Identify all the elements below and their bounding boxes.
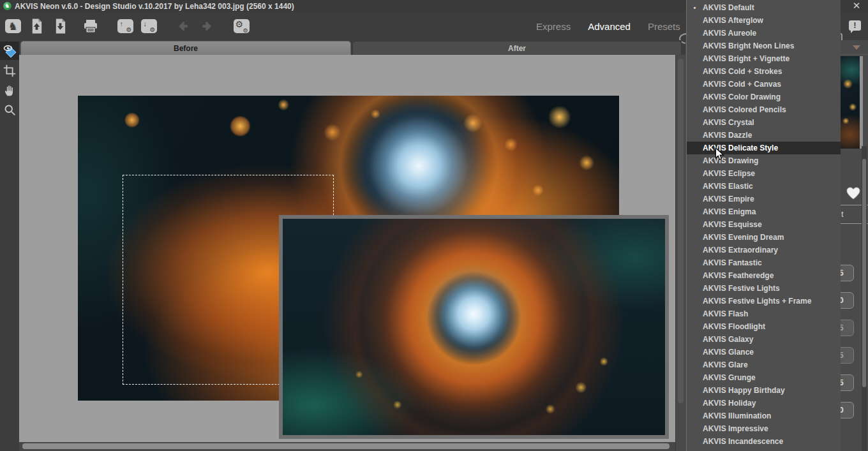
- preset-item[interactable]: • AKVIS Glance: [687, 346, 841, 359]
- preset-item[interactable]: • AKVIS Evening Dream: [687, 231, 841, 244]
- preset-preview-thumbnail[interactable]: [840, 56, 863, 149]
- preset-label: AKVIS Colored Pencils: [703, 103, 786, 116]
- preset-label: AKVIS Cold + Strokes: [703, 65, 782, 78]
- feedback-icon[interactable]: !: [849, 20, 861, 31]
- preset-item[interactable]: • AKVIS Incandescence: [687, 435, 841, 448]
- hand-tool[interactable]: [0, 81, 19, 100]
- preset-item[interactable]: • AKVIS Bright Neon Lines: [687, 40, 841, 52]
- preset-label: AKVIS Default: [703, 1, 754, 14]
- document-down-icon: [53, 18, 68, 34]
- preset-item[interactable]: • AKVIS Drawing: [687, 154, 841, 167]
- preset-item[interactable]: • AKVIS Cold + Strokes: [687, 65, 841, 78]
- preset-item[interactable]: • AKVIS Impressive: [687, 422, 841, 435]
- save-image-button[interactable]: [51, 17, 69, 35]
- horizontal-scrollbar[interactable]: [19, 442, 675, 451]
- preset-label: AKVIS Glance: [703, 346, 754, 359]
- preset-item[interactable]: • AKVIS Empire: [687, 193, 841, 205]
- preset-item[interactable]: • AKVIS Fantastic: [687, 256, 841, 269]
- akvis-home-button[interactable]: ♞: [4, 17, 22, 35]
- zoom-tool[interactable]: [0, 101, 19, 119]
- import-presets-icon: ↑⚙: [117, 19, 133, 33]
- quick-preview-icon: [2, 43, 17, 59]
- print-button[interactable]: [82, 17, 100, 35]
- panel-scrollbar[interactable]: [862, 146, 867, 451]
- preset-item[interactable]: • AKVIS Galaxy: [687, 333, 841, 346]
- crop-icon: [3, 64, 17, 78]
- preset-label: AKVIS Elastic: [703, 180, 753, 193]
- preset-label: AKVIS Enigma: [703, 205, 756, 218]
- preset-label: AKVIS Fantastic: [703, 256, 762, 269]
- tab-before[interactable]: Before: [20, 41, 351, 55]
- preset-label: AKVIS Afterglow: [703, 14, 763, 27]
- preset-item[interactable]: • AKVIS Floodlight: [687, 320, 841, 333]
- preset-item[interactable]: • AKVIS Holiday: [687, 397, 841, 410]
- preset-item[interactable]: • AKVIS Esquisse: [687, 218, 841, 231]
- preset-item[interactable]: • AKVIS Enigma: [687, 205, 841, 218]
- preset-label: AKVIS Cold + Canvas: [703, 78, 781, 91]
- import-presets-button[interactable]: ↑⚙: [116, 17, 134, 35]
- preset-item[interactable]: • AKVIS Crystal: [687, 116, 841, 129]
- export-presets-icon: ↓⚙: [141, 19, 157, 33]
- document-up-icon: [29, 18, 44, 34]
- vertical-scrollbar[interactable]: [675, 55, 685, 451]
- preset-item[interactable]: • AKVIS Delicate Style: [687, 142, 841, 154]
- preset-item[interactable]: • AKVIS Eclipse: [687, 167, 841, 180]
- preset-label: AKVIS Esquisse: [703, 218, 762, 231]
- preset-item[interactable]: • AKVIS Extraordinary: [687, 244, 841, 256]
- preset-label: AKVIS Holiday: [703, 397, 756, 410]
- preset-label: AKVIS Aureole: [703, 27, 756, 40]
- preset-item[interactable]: • AKVIS Festive Lights: [687, 282, 841, 295]
- redo-button[interactable]: 🠞: [198, 17, 216, 35]
- preset-item[interactable]: • AKVIS Bright + Vignette: [687, 52, 841, 65]
- preset-item[interactable]: • AKVIS Festive Lights + Frame: [687, 295, 841, 307]
- preset-item[interactable]: • AKVIS Flash: [687, 307, 841, 320]
- preset-item[interactable]: • AKVIS Cold + Canvas: [687, 78, 841, 91]
- quick-preview-tool[interactable]: [0, 41, 19, 60]
- preset-item[interactable]: • AKVIS Aureole: [687, 27, 841, 40]
- magnifier-icon: [3, 103, 17, 117]
- mouse-cursor-icon: [715, 147, 725, 161]
- preset-item[interactable]: • AKVIS Colored Pencils: [687, 103, 841, 116]
- horizontal-scrollbar-thumb[interactable]: [22, 443, 670, 449]
- preset-label: AKVIS Delicate Style: [703, 142, 778, 154]
- horse-logo-icon: ♞: [8, 21, 17, 32]
- mode-presets[interactable]: Presets: [648, 21, 680, 32]
- gears-icon: ⚙⚙: [234, 19, 250, 33]
- preset-label: AKVIS Floodlight: [703, 320, 765, 333]
- mode-express[interactable]: Express: [536, 21, 571, 32]
- preset-label: AKVIS Color Drawing: [703, 91, 781, 103]
- preset-item[interactable]: • AKVIS Grunge: [687, 371, 841, 384]
- undo-arrow-icon: 🠜: [177, 20, 190, 33]
- preset-label: AKVIS Festive Lights + Frame: [703, 295, 811, 307]
- redo-arrow-icon: 🠞: [200, 20, 213, 33]
- preferences-button[interactable]: ⚙⚙: [232, 17, 250, 35]
- preset-item[interactable]: • AKVIS Afterglow: [687, 14, 841, 27]
- vertical-scrollbar-thumb[interactable]: [678, 59, 684, 403]
- view-tabs: Before After: [19, 40, 682, 55]
- tab-after[interactable]: After: [352, 41, 682, 55]
- preset-item[interactable]: • AKVIS Elastic: [687, 180, 841, 193]
- preset-item[interactable]: • AKVIS Illumination: [687, 410, 841, 422]
- preset-dropdown-caret-icon[interactable]: [853, 45, 860, 54]
- effect-preview-window[interactable]: [279, 215, 669, 439]
- crop-tool[interactable]: [0, 61, 19, 80]
- window-title: AKVIS Neon v.6.0 - Design Studio v.10.20…: [15, 2, 294, 11]
- preset-label: AKVIS Incandescence: [703, 435, 783, 448]
- preset-item[interactable]: • AKVIS Featheredge: [687, 269, 841, 282]
- export-presets-button[interactable]: ↓⚙: [140, 17, 158, 35]
- preset-item[interactable]: • AKVIS Dazzle: [687, 129, 841, 142]
- toolbar-left-group: ♞: [4, 12, 250, 40]
- preset-item[interactable]: • AKVIS Default: [687, 1, 841, 14]
- close-icon[interactable]: ✕: [851, 0, 862, 11]
- mode-advanced[interactable]: Advanced: [588, 21, 631, 32]
- panel-scrollbar-thumb[interactable]: [862, 159, 866, 387]
- undo-button[interactable]: 🠜: [174, 17, 192, 35]
- preset-item[interactable]: • AKVIS Happy Birthday: [687, 384, 841, 397]
- open-image-button[interactable]: [27, 17, 45, 35]
- favorite-heart-icon[interactable]: [846, 187, 860, 200]
- preset-label: AKVIS Bright + Vignette: [703, 52, 789, 65]
- preset-item[interactable]: • AKVIS Color Drawing: [687, 91, 841, 103]
- preset-label: AKVIS Empire: [703, 193, 754, 205]
- selected-preset-bullet: •: [687, 1, 703, 14]
- preset-item[interactable]: • AKVIS Glare: [687, 359, 841, 371]
